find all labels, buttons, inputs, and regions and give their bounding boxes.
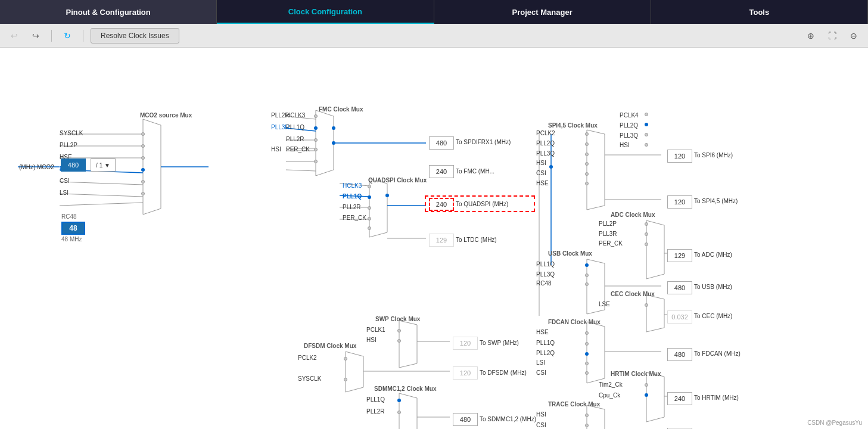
mco2-divider[interactable]: / 1 ▼: [91, 158, 116, 172]
spi45-value[interactable]: 120: [667, 195, 692, 209]
mco2-out-label: (MHz) MCO2: [19, 164, 54, 170]
dot-hsi-fmc: [314, 160, 318, 163]
rc48-value: 48: [61, 222, 85, 235]
pll2q-fdcan: PLL2Q: [536, 350, 555, 356]
fdcan-value[interactable]: 480: [667, 348, 692, 361]
pll3q-spi: PLL3Q: [536, 150, 555, 157]
dot-pll3q-spi: [585, 153, 589, 156]
svg-marker-29: [646, 220, 664, 279]
spi6-out-label: To SPI6 (MHz): [694, 152, 733, 158]
svg-marker-0: [143, 119, 161, 214]
dot-hse-mco: [141, 156, 145, 160]
watermark: CSDN @PegasusYu: [807, 419, 862, 426]
dot-hsi-spi: [585, 162, 589, 166]
fmc-out-label2: To FMC (MH...: [456, 168, 494, 175]
mco2-mux-title: MCO2 source Mux: [140, 112, 192, 119]
dot-hsi-trace: [585, 414, 589, 417]
pll1q-fdcan: PLL1Q: [536, 340, 555, 346]
quadspi-value[interactable]: 240: [429, 198, 454, 211]
dot-top-4: [645, 143, 648, 147]
csi-fdcan: CSI: [536, 369, 546, 376]
rc48-usb: RC48: [536, 280, 552, 287]
swp-value[interactable]: 120: [453, 337, 478, 350]
cec-mux-title: CEC Clock Mux: [611, 291, 655, 297]
quadspi-mux-title: QUADSPI Clock Mux: [368, 177, 427, 184]
svg-marker-33: [646, 295, 664, 332]
clock-canvas: MCO2 source Mux SYSCLK PLL2P HSE PLL1P C…: [0, 48, 868, 429]
pll2q-top: PLL2Q: [620, 122, 638, 129]
dot-lsi-fdcan: [585, 362, 589, 365]
fmc-value[interactable]: 480: [429, 136, 454, 150]
dot-hse-fdcan: [585, 331, 589, 335]
nav-clock[interactable]: Clock Configuration: [217, 0, 434, 24]
hclk3-label: HCLK3: [286, 112, 305, 119]
fdcan-mux-title: FDCAN Clock Mux: [548, 319, 601, 325]
cec-value[interactable]: 0.032: [667, 310, 692, 324]
svg-marker-10: [316, 110, 334, 176]
perck4-label: PCLK4: [620, 112, 639, 119]
sdmmc-value[interactable]: 480: [453, 413, 478, 426]
mco2-value[interactable]: 480: [61, 158, 86, 172]
undo-button[interactable]: ↩: [6, 27, 23, 44]
adc-value[interactable]: 129: [667, 249, 692, 262]
perck-fmc: PER_CK: [286, 146, 310, 153]
nav-tools[interactable]: Tools: [651, 0, 868, 24]
dot-lsi-mco: [141, 192, 145, 195]
fmc-value2[interactable]: 240: [429, 165, 454, 178]
pll1q-usb: PLL1Q: [536, 261, 555, 268]
dot-pll1p-active: [141, 168, 145, 172]
hrtim-out-label: To HRTIM (MHz): [694, 394, 739, 401]
dot-pll1q-sdmmc: [397, 399, 401, 402]
svg-point-51: [385, 194, 389, 197]
dot-pll2r-quadspi: [368, 206, 371, 210]
csi-label-mco: CSI: [60, 178, 70, 184]
pll3q-usb: PLL3Q: [536, 271, 555, 278]
pclk1-swp: PCLK1: [366, 327, 385, 333]
dot-hsi-swp: [397, 339, 401, 343]
nav-project[interactable]: Project Manager: [434, 0, 651, 24]
sdmmc-out-label: To SDMMC1,2 (MHz): [480, 416, 536, 422]
dot-perck-fmc: [314, 148, 318, 151]
dfsdm-out-label: To DFSDM (MHz): [480, 369, 527, 376]
fdcan-out-label: To FDCAN (MHz): [694, 350, 741, 357]
tim2ck-hrtim: Tim2_Ck: [599, 381, 623, 388]
usb-value[interactable]: 480: [667, 281, 692, 294]
separator-2: [83, 30, 83, 42]
refresh-button[interactable]: ↻: [59, 27, 76, 44]
dot-csi-trace: [585, 424, 589, 427]
zoom-out-button[interactable]: ⊖: [845, 27, 862, 44]
dot-pll1q-fdcan: [585, 342, 589, 346]
dot-hclk3-fmc: [314, 114, 318, 118]
dot-tim2ck: [645, 383, 648, 387]
zoom-in-button[interactable]: ⊕: [802, 27, 819, 44]
pll2r-quadspi: PLL2R: [343, 204, 361, 210]
dot-pclk2-spi: [585, 132, 589, 136]
spi45-out-label: To SPI4,5 (MHz): [694, 198, 738, 204]
ltdc-value[interactable]: 129: [429, 234, 454, 247]
dot-pll2p-mco: [141, 144, 145, 148]
dot-perck-quadspi: [368, 217, 371, 220]
trace-mux-title: TRACE Clock Mux: [548, 401, 600, 408]
spi6-value[interactable]: 120: [667, 150, 692, 163]
dot-pclk2-dfsdm: [344, 357, 347, 360]
nav-pinout[interactable]: Pinout & Configuration: [0, 0, 217, 24]
hclk3-quadspi: HCLK3: [343, 182, 362, 189]
sysclk-dfsdm: SYSCLK: [298, 375, 321, 382]
svg-line-16: [286, 170, 316, 171]
pclk2-spi: PCLK2: [536, 130, 555, 136]
dot-hse-spi: [585, 182, 589, 185]
hrtim-value[interactable]: 240: [667, 392, 692, 405]
dot-csi-mco: [141, 180, 145, 184]
fit-button[interactable]: ⛶: [824, 27, 841, 44]
redo-button[interactable]: ↪: [27, 27, 44, 44]
resolve-clock-button[interactable]: Resolve Clock Issues: [91, 28, 179, 43]
sysclk-label: SYSCLK: [60, 130, 83, 136]
adc-out-label: To ADC (MHz): [694, 251, 732, 258]
pclk2-dfsdm: PCLK2: [298, 355, 317, 361]
dfsdm-value[interactable]: 120: [453, 366, 478, 380]
separator-1: [51, 30, 52, 42]
dot-csi-fdcan: [585, 371, 589, 375]
dot-last-quadspi: [368, 226, 371, 230]
svg-point-52: [549, 165, 553, 169]
csi-trace: CSI: [536, 422, 546, 428]
